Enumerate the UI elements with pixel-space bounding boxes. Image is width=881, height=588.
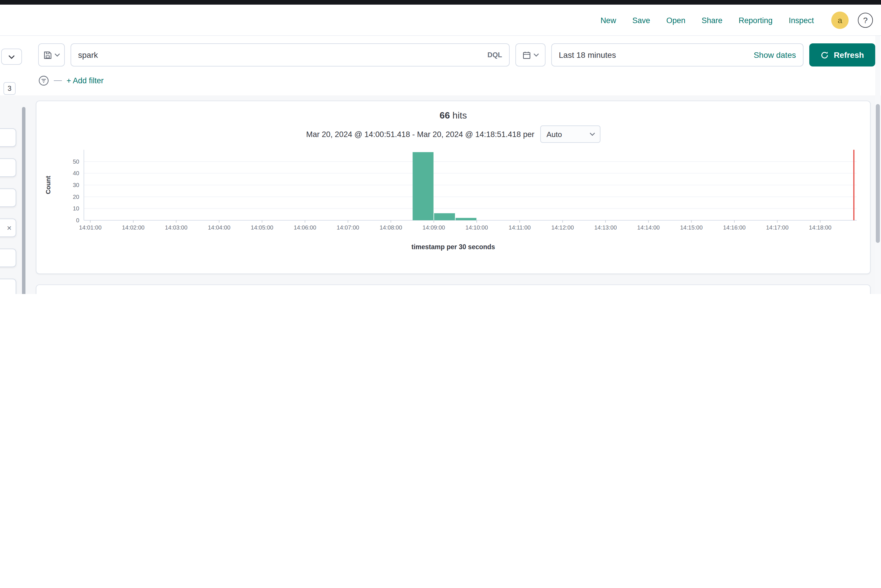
interval-select[interactable]: Auto — [540, 126, 600, 143]
nav-open[interactable]: Open — [658, 16, 693, 25]
sidebar-scrollbar[interactable] — [22, 107, 26, 294]
svg-text:14:14:00: 14:14:00 — [637, 224, 660, 231]
svg-text:14:13:00: 14:13:00 — [594, 224, 617, 231]
field-count-badge: 3 — [3, 82, 16, 95]
date-quick-select-button[interactable] — [516, 44, 546, 66]
field-pill[interactable] — [0, 128, 16, 147]
svg-text:14:18:00: 14:18:00 — [809, 224, 831, 231]
query-toolbar: spark DQL Last 18 minutes Show dates Ref… — [0, 36, 881, 95]
hits-count: 66 — [440, 110, 450, 120]
svg-text:14:15:00: 14:15:00 — [680, 224, 702, 231]
query-language-button[interactable]: DQL — [487, 51, 502, 59]
svg-text:14:10:00: 14:10:00 — [465, 224, 488, 231]
avatar[interactable]: a — [831, 11, 849, 28]
nav-save[interactable]: Save — [624, 16, 658, 25]
field-pill[interactable] — [0, 158, 16, 177]
svg-text:14:01:00: 14:01:00 — [79, 224, 102, 231]
top-dark-strip — [0, 0, 881, 4]
nav-share[interactable]: Share — [693, 16, 731, 25]
nav-new[interactable]: New — [592, 16, 624, 25]
filter-bar: + Add filter — [38, 74, 875, 87]
search-input[interactable]: spark DQL — [71, 44, 510, 66]
nav-reporting[interactable]: Reporting — [731, 16, 781, 25]
chevron-down-icon — [589, 132, 595, 136]
main-content: 66 hits Mar 20, 2024 @ 14:00:51.418 - Ma… — [0, 95, 881, 294]
chevron-down-icon — [54, 53, 60, 57]
svg-text:14:02:00: 14:02:00 — [122, 224, 144, 231]
field-pill-remove[interactable]: × — [0, 219, 16, 237]
svg-text:14:16:00: 14:16:00 — [723, 224, 746, 231]
histogram-panel: 66 hits Mar 20, 2024 @ 14:00:51.418 - Ma… — [36, 100, 870, 274]
calendar-icon — [522, 51, 531, 59]
histogram-chart[interactable]: 0102030405014:01:0014:02:0014:03:0014:04… — [42, 146, 864, 239]
svg-text:14:08:00: 14:08:00 — [379, 224, 402, 231]
svg-text:14:11:00: 14:11:00 — [509, 224, 531, 231]
show-dates-button[interactable]: Show dates — [747, 50, 803, 60]
hits-label: hits — [453, 110, 467, 120]
hits-title: 66 hits — [36, 110, 870, 121]
field-pill[interactable] — [0, 249, 16, 267]
date-picker: Last 18 minutes Show dates — [551, 44, 803, 66]
chevron-down-icon — [533, 53, 539, 57]
header-nav: NewSaveOpenShareReportingInspect — [592, 15, 822, 25]
add-filter-button[interactable]: + Add filter — [66, 76, 104, 85]
svg-text:14:06:00: 14:06:00 — [293, 224, 316, 231]
collapse-sidebar-button[interactable] — [1, 49, 22, 65]
svg-text:Count: Count — [45, 176, 52, 194]
refresh-icon — [821, 51, 829, 59]
help-icon[interactable]: ? — [858, 12, 873, 27]
time-range-text: Mar 20, 2024 @ 14:00:51.418 - Mar 20, 20… — [306, 130, 535, 138]
filter-divider — [54, 80, 62, 81]
svg-text:14:09:00: 14:09:00 — [422, 224, 445, 231]
scrollbar-thumb[interactable] — [22, 107, 26, 294]
results-table-panel: Columns Sort fields Time (timestamp)leve… — [36, 285, 870, 294]
field-pill[interactable] — [0, 189, 16, 207]
svg-text:14:05:00: 14:05:00 — [251, 224, 273, 231]
svg-text:14:07:00: 14:07:00 — [337, 224, 359, 231]
save-icon — [43, 51, 52, 59]
svg-text:14:12:00: 14:12:00 — [551, 224, 574, 231]
time-range-display[interactable]: Last 18 minutes — [552, 50, 747, 60]
histogram-chart-wrap: 0102030405014:01:0014:02:0014:03:0014:04… — [42, 146, 870, 241]
svg-text:14:17:00: 14:17:00 — [766, 224, 788, 231]
page-scrollbar[interactable] — [875, 36, 880, 294]
chart-x-axis-title: timestamp per 30 seconds — [36, 243, 870, 250]
nav-inspect[interactable]: Inspect — [781, 16, 822, 25]
query-row: spark DQL Last 18 minutes Show dates Ref… — [38, 44, 875, 66]
saved-query-menu-button[interactable] — [38, 44, 65, 66]
app-header: NewSaveOpenShareReportingInspect a ? — [0, 4, 881, 36]
scrollbar-thumb[interactable] — [876, 104, 880, 243]
field-pill[interactable] — [0, 279, 16, 294]
svg-text:40: 40 — [73, 170, 79, 176]
table-toolbar: Columns Sort fields — [44, 292, 863, 294]
discover-app: NewSaveOpenShareReportingInspect a ? spa… — [0, 0, 881, 294]
svg-text:30: 30 — [73, 182, 79, 188]
svg-text:10: 10 — [73, 205, 79, 212]
chevron-down-icon — [8, 55, 15, 58]
svg-text:50: 50 — [73, 158, 79, 165]
hits-subtitle: Mar 20, 2024 @ 14:00:51.418 - Mar 20, 20… — [36, 126, 870, 143]
filter-icon[interactable] — [38, 75, 49, 86]
svg-text:20: 20 — [73, 194, 79, 200]
interval-value: Auto — [546, 130, 562, 138]
svg-text:14:04:00: 14:04:00 — [208, 224, 230, 231]
refresh-label: Refresh — [834, 50, 864, 60]
refresh-button[interactable]: Refresh — [809, 44, 875, 66]
svg-text:0: 0 — [76, 217, 79, 224]
search-query-text: spark — [78, 50, 487, 60]
svg-text:14:03:00: 14:03:00 — [165, 224, 188, 231]
